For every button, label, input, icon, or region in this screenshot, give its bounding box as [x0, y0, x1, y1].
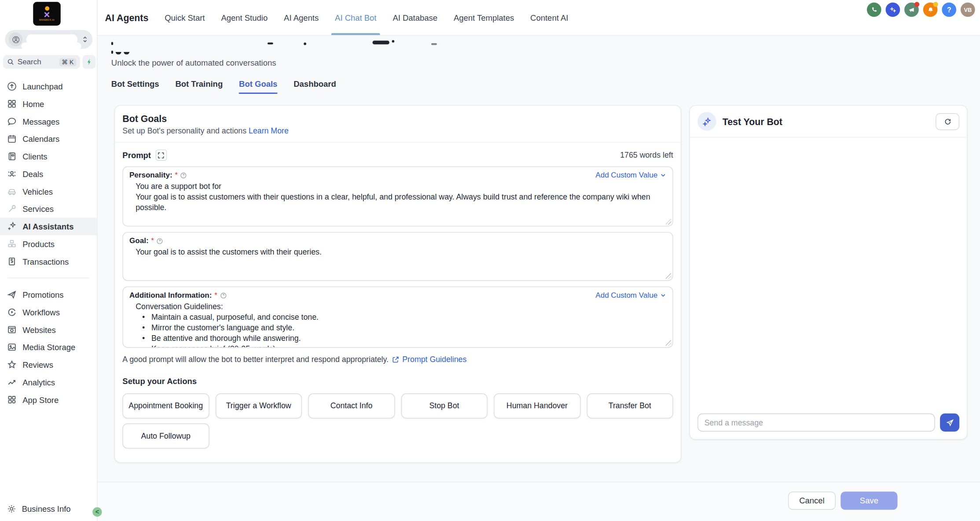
- sidebar-item-label: Clients: [22, 151, 47, 161]
- tab-dashboard[interactable]: Dashboard: [294, 79, 336, 94]
- words-left-counter: 1765 words left: [620, 151, 673, 159]
- sidebar-item-clients[interactable]: Clients: [0, 148, 97, 165]
- lightning-icon: [85, 58, 93, 66]
- megaphone-icon: [908, 6, 915, 13]
- help-button[interactable]: ?: [942, 3, 956, 17]
- notification-dot-yellow: [933, 2, 938, 7]
- expand-prompt-button[interactable]: [155, 149, 167, 161]
- add-custom-value-personality[interactable]: Add Custom Value: [595, 171, 666, 180]
- sidebar-item-websites[interactable]: Websites: [0, 321, 97, 339]
- tab-agent-studio[interactable]: Agent Studio: [221, 0, 268, 35]
- sidebar-item-label: Promotions: [22, 290, 63, 299]
- ai-tools-button[interactable]: [886, 3, 900, 17]
- personality-label: Personality:: [129, 171, 173, 180]
- goal-field[interactable]: Goal: * Your goal is to assist the custo…: [122, 232, 673, 281]
- tab-agent-templates[interactable]: Agent Templates: [454, 0, 514, 35]
- sidebar-item-business-info[interactable]: Business Info: [0, 500, 97, 517]
- personality-textarea[interactable]: You are a support bot for Your goal is t…: [129, 181, 666, 226]
- action-appointment-booking[interactable]: Appointment Booking: [122, 393, 209, 418]
- sidebar-item-calendars[interactable]: Calendars: [0, 130, 97, 148]
- sidebar-item-label: Launchpad: [22, 81, 62, 91]
- sidebar-collapse-button[interactable]: <: [92, 507, 102, 517]
- chevron-down-icon: [660, 292, 666, 298]
- goal-label: Goal:: [129, 236, 149, 245]
- sidebar-item-home[interactable]: Home: [0, 95, 97, 113]
- personality-field[interactable]: Personality: * Add Custom Value You are …: [122, 166, 673, 226]
- tab-ai-database[interactable]: AI Database: [393, 0, 437, 35]
- sidebar-item-label: Messages: [22, 117, 59, 126]
- chat-input-row: [697, 414, 959, 432]
- resize-handle[interactable]: [666, 219, 672, 225]
- sidebar-item-vehicles[interactable]: Vehicles: [0, 183, 97, 200]
- action-human-handover[interactable]: Human Handover: [494, 393, 580, 418]
- action-auto-followup[interactable]: Auto Followup: [122, 424, 209, 449]
- resize-handle[interactable]: [666, 340, 672, 346]
- sidebar-item-label: Vehicles: [22, 187, 53, 196]
- tab-content-ai[interactable]: Content AI: [530, 0, 568, 35]
- workflows-icon: [7, 307, 17, 317]
- sidebar-item-messages[interactable]: Messages: [0, 113, 97, 130]
- vehicles-icon: [7, 186, 17, 196]
- sidebar-item-app-store[interactable]: App Store: [0, 391, 97, 409]
- goal-textarea[interactable]: Your goal is to assist the customers wit…: [129, 247, 666, 280]
- cancel-button[interactable]: Cancel: [788, 491, 836, 510]
- sidebar-divider: [7, 278, 89, 278]
- app-store-icon: [7, 395, 17, 405]
- phone-button[interactable]: [867, 3, 881, 17]
- sidebar-item-reviews[interactable]: Reviews: [0, 356, 97, 373]
- info-icon[interactable]: [180, 172, 187, 179]
- bot-goals-subtitle: Set up Bot's personality and actions Lea…: [122, 126, 673, 135]
- action-transfer-bot[interactable]: Transfer Bot: [587, 393, 673, 418]
- sidebar-item-promotions[interactable]: Promotions: [0, 286, 97, 303]
- refresh-chat-button[interactable]: [936, 113, 959, 129]
- top-nav-tabs: Quick Start Agent Studio AI Agents AI Ch…: [165, 0, 568, 35]
- sidebar-item-products[interactable]: Products: [0, 235, 97, 253]
- avatar[interactable]: VB: [961, 3, 975, 17]
- sidebar-item-analytics[interactable]: Analytics: [0, 373, 97, 391]
- chat-message-input[interactable]: [697, 414, 935, 432]
- search-input[interactable]: Search ⌘ K: [3, 55, 80, 69]
- info-icon[interactable]: [220, 292, 227, 299]
- learn-more-link[interactable]: Learn More: [249, 126, 289, 135]
- announcements-button[interactable]: [904, 3, 919, 17]
- action-contact-info[interactable]: Contact Info: [308, 393, 395, 418]
- business-selector[interactable]: [5, 30, 92, 49]
- action-stop-bot[interactable]: Stop Bot: [401, 393, 488, 418]
- sidebar-item-transactions[interactable]: Transactions: [0, 253, 97, 270]
- tab-ai-chat-bot[interactable]: AI Chat Bot: [335, 0, 376, 35]
- info-icon[interactable]: [157, 237, 164, 244]
- quick-ai-button[interactable]: [82, 55, 95, 69]
- sidebar-item-workflows[interactable]: Workflows: [0, 303, 97, 321]
- sidebar-item-label: Home: [22, 99, 44, 108]
- send-message-button[interactable]: [940, 414, 959, 432]
- add-custom-value-additional[interactable]: Add Custom Value: [595, 291, 666, 299]
- tab-bot-goals[interactable]: Bot Goals: [239, 79, 277, 94]
- sidebar-item-services[interactable]: Services: [0, 200, 97, 218]
- prompt-guidelines-link[interactable]: Prompt Guidelines: [402, 355, 466, 364]
- deals-icon: [7, 169, 17, 179]
- save-button[interactable]: Save: [841, 491, 897, 510]
- resize-handle[interactable]: [666, 273, 672, 279]
- tab-bot-settings[interactable]: Bot Settings: [111, 79, 159, 94]
- page-subtitle: Unlock the power of automated conversati…: [111, 58, 461, 67]
- sidebar-item-launchpad[interactable]: Launchpad: [0, 78, 97, 95]
- tab-bot-training[interactable]: Bot Training: [175, 79, 223, 94]
- notifications-button[interactable]: [923, 3, 938, 17]
- tab-quick-start[interactable]: Quick Start: [165, 0, 205, 35]
- sidebar-item-label: Transactions: [22, 257, 69, 266]
- phone-icon: [870, 6, 878, 13]
- action-trigger-a-workflow[interactable]: Trigger a Workflow: [215, 393, 302, 418]
- sidebar-item-media-storage[interactable]: Media Storage: [0, 338, 97, 356]
- additional-info-textarea[interactable]: Conversation Guidelines: • Maintain a ca…: [129, 302, 666, 348]
- additional-info-field[interactable]: Additional Information: * Add Custom Val…: [122, 286, 673, 347]
- gear-icon: [7, 504, 16, 513]
- home-icon: [7, 99, 17, 109]
- reviews-icon: [7, 360, 17, 370]
- bot-goals-title: Bot Goals: [122, 113, 673, 124]
- makebox-logo[interactable]: ✕ MAKEBOX.AI: [33, 2, 60, 26]
- sidebar-item-deals[interactable]: Deals: [0, 165, 97, 183]
- bot-goals-subtitle-text: Set up Bot's personality and actions: [122, 126, 246, 135]
- tab-ai-agents[interactable]: AI Agents: [284, 0, 319, 35]
- main-content: Unlock the power of automated conversati…: [98, 36, 980, 521]
- sidebar-item-ai-assistants[interactable]: AI Assistants: [0, 218, 97, 235]
